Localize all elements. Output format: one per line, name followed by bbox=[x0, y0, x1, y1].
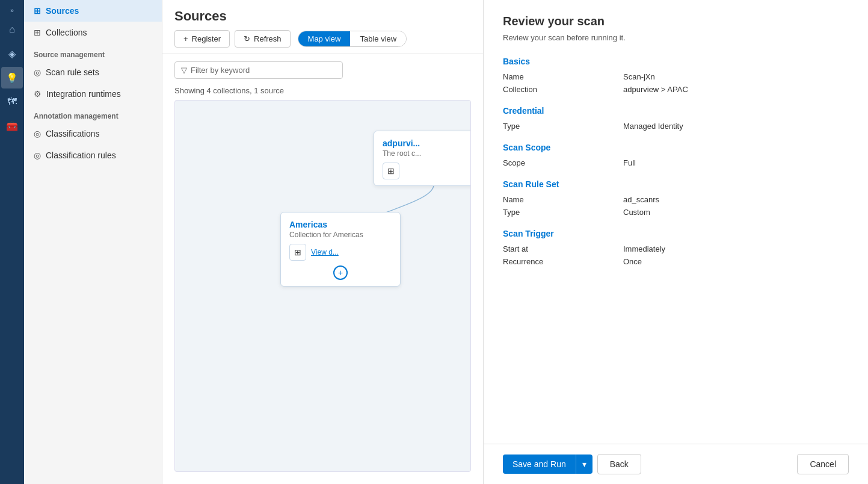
basics-collection-value: adpurview > APAC bbox=[623, 85, 688, 94]
scan-trigger-start-value: Immediately bbox=[623, 244, 665, 253]
management-nav-icon[interactable]: 🧰 bbox=[1, 115, 23, 137]
scan-rule-set-name-value: ad_scanrs bbox=[623, 195, 659, 204]
save-and-run-label: Save and Run bbox=[503, 455, 576, 474]
scan-rule-set-type-label: Type bbox=[503, 208, 623, 217]
register-icon: + bbox=[183, 34, 188, 43]
cancel-button[interactable]: Cancel bbox=[797, 454, 849, 474]
americas-card: Americas Collection for Americas ⊞ View … bbox=[280, 212, 401, 287]
review-panel: Review your scan Review your scan before… bbox=[483, 0, 868, 484]
scan-trigger-recurrence-label: Recurrence bbox=[503, 257, 623, 266]
classifications-icon: ◎ bbox=[34, 129, 41, 138]
save-and-run-dropdown-icon[interactable]: ▾ bbox=[576, 455, 593, 474]
annotation-management-label: Annotation management bbox=[24, 105, 162, 123]
review-section-basics: Basics Name Scan-jXn Collection adpurvie… bbox=[503, 57, 849, 94]
adpurview-card-subtitle: The root c... bbox=[383, 149, 471, 158]
sidebar-item-classifications[interactable]: ◎ Classifications bbox=[24, 123, 162, 144]
review-subtitle: Review your scan before running it. bbox=[503, 33, 849, 42]
scan-scope-value: Full bbox=[623, 158, 636, 167]
review-section-credential: Credential Type Managed Identity bbox=[503, 106, 849, 131]
sidebar-item-sources[interactable]: ⊞ Sources bbox=[24, 0, 162, 22]
adpurview-grid-icon[interactable]: ⊞ bbox=[383, 163, 399, 179]
sidebar-sources-label: Sources bbox=[46, 6, 79, 16]
refresh-button[interactable]: ↻ Refresh bbox=[235, 30, 291, 48]
source-management-label: Source management bbox=[24, 43, 162, 61]
review-section-scan-rule-set: Scan Rule Set Name ad_scanrs Type Custom bbox=[503, 179, 849, 217]
filter-input-wrapper[interactable]: ▽ Filter by keyword bbox=[174, 61, 343, 79]
register-button[interactable]: + Register bbox=[174, 30, 230, 48]
page-title: Sources bbox=[174, 8, 471, 24]
americas-card-subtitle: Collection for Americas bbox=[289, 231, 392, 239]
basics-name-value: Scan-jXn bbox=[623, 72, 655, 81]
expand-icon[interactable]: » bbox=[8, 5, 16, 16]
insights-nav-icon[interactable]: 💡 bbox=[1, 67, 23, 88]
basics-collection-label: Collection bbox=[503, 85, 623, 94]
americas-card-title: Americas bbox=[289, 220, 392, 229]
scan-scope-section-title: Scan Scope bbox=[503, 143, 849, 152]
data-map-nav-icon[interactable]: 🗺 bbox=[1, 91, 23, 113]
sidebar-collections-label: Collections bbox=[46, 28, 87, 37]
americas-view-details-link[interactable]: View d... bbox=[311, 248, 339, 256]
review-section-scan-scope: Scan Scope Scope Full bbox=[503, 143, 849, 167]
scan-trigger-section-title: Scan Trigger bbox=[503, 229, 849, 238]
scan-scope-label: Scope bbox=[503, 158, 623, 167]
scan-rule-set-type-row: Type Custom bbox=[503, 208, 849, 217]
catalog-nav-icon[interactable]: ◈ bbox=[1, 43, 23, 64]
credential-section-title: Credential bbox=[503, 106, 849, 116]
sidebar: ⊞ Sources ⊞ Collections Source managemen… bbox=[24, 0, 162, 484]
basics-section-title: Basics bbox=[503, 57, 849, 66]
americas-add-button[interactable]: + bbox=[333, 265, 348, 280]
scan-rule-set-type-value: Custom bbox=[623, 208, 650, 217]
integration-runtimes-icon: ⚙ bbox=[34, 89, 42, 99]
sources-icon: ⊞ bbox=[34, 6, 41, 16]
basics-collection-row: Collection adpurview > APAC bbox=[503, 85, 849, 94]
sources-content: ▽ Filter by keyword Showing 4 collection… bbox=[162, 54, 483, 484]
review-section-scan-trigger: Scan Trigger Start at Immediately Recurr… bbox=[503, 229, 849, 266]
americas-grid-icon[interactable]: ⊞ bbox=[289, 244, 306, 261]
icon-rail: » ⌂ ◈ 💡 🗺 🧰 bbox=[0, 0, 24, 484]
sources-toolbar: + Register ↻ Refresh Map view Table view bbox=[174, 30, 471, 54]
filter-bar: ▽ Filter by keyword bbox=[162, 54, 483, 86]
sidebar-item-collections[interactable]: ⊞ Collections bbox=[24, 22, 162, 43]
sidebar-item-integration-runtimes[interactable]: ⚙ Integration runtimes bbox=[24, 83, 162, 105]
table-view-button[interactable]: Table view bbox=[350, 31, 406, 46]
scan-rule-set-name-row: Name ad_scanrs bbox=[503, 195, 849, 204]
main-content: Sources + Register ↻ Refresh Map view Ta… bbox=[162, 0, 483, 484]
map-area: adpurvi... The root c... ⊞ Americas Coll… bbox=[174, 100, 471, 472]
scan-rule-sets-icon: ◎ bbox=[34, 67, 41, 77]
map-view-button[interactable]: Map view bbox=[298, 31, 351, 46]
sidebar-scan-rule-sets-label: Scan rule sets bbox=[46, 67, 99, 77]
filter-placeholder: Filter by keyword bbox=[191, 66, 250, 75]
scan-trigger-start-row: Start at Immediately bbox=[503, 244, 849, 253]
scan-trigger-recurrence-value: Once bbox=[623, 257, 642, 266]
sidebar-item-classification-rules[interactable]: ◎ Classification rules bbox=[24, 144, 162, 166]
review-title: Review your scan bbox=[503, 14, 849, 28]
refresh-icon: ↻ bbox=[244, 34, 250, 43]
sources-header: Sources + Register ↻ Refresh Map view Ta… bbox=[162, 0, 483, 54]
classification-rules-icon: ◎ bbox=[34, 150, 41, 160]
basics-name-label: Name bbox=[503, 72, 623, 81]
credential-type-value: Managed Identity bbox=[623, 122, 683, 131]
collections-icon: ⊞ bbox=[34, 28, 41, 37]
scan-trigger-recurrence-row: Recurrence Once bbox=[503, 257, 849, 266]
scan-scope-row: Scope Full bbox=[503, 158, 849, 167]
home-nav-icon[interactable]: ⌂ bbox=[1, 19, 23, 40]
review-content: Review your scan Review your scan before… bbox=[484, 0, 868, 444]
sidebar-integration-runtimes-label: Integration runtimes bbox=[46, 89, 121, 99]
review-footer: Save and Run ▾ Back Cancel bbox=[484, 444, 868, 484]
save-and-run-button[interactable]: Save and Run ▾ bbox=[503, 455, 593, 474]
scan-rule-set-name-label: Name bbox=[503, 195, 623, 204]
adpurview-card-title: adpurvi... bbox=[383, 138, 471, 148]
scan-trigger-start-label: Start at bbox=[503, 244, 623, 253]
back-button[interactable]: Back bbox=[597, 454, 641, 474]
credential-type-label: Type bbox=[503, 122, 623, 131]
basics-name-row: Name Scan-jXn bbox=[503, 72, 849, 81]
sidebar-item-scan-rule-sets[interactable]: ◎ Scan rule sets bbox=[24, 61, 162, 83]
adpurview-card: adpurvi... The root c... ⊞ bbox=[374, 131, 471, 186]
showing-text: Showing 4 collections, 1 source bbox=[162, 86, 483, 100]
sidebar-classifications-label: Classifications bbox=[46, 129, 99, 138]
sidebar-classification-rules-label: Classification rules bbox=[46, 150, 116, 160]
americas-card-actions: ⊞ View d... bbox=[289, 244, 392, 261]
adpurview-card-actions: ⊞ bbox=[383, 163, 471, 179]
filter-icon: ▽ bbox=[181, 66, 187, 75]
scan-rule-set-section-title: Scan Rule Set bbox=[503, 179, 849, 189]
